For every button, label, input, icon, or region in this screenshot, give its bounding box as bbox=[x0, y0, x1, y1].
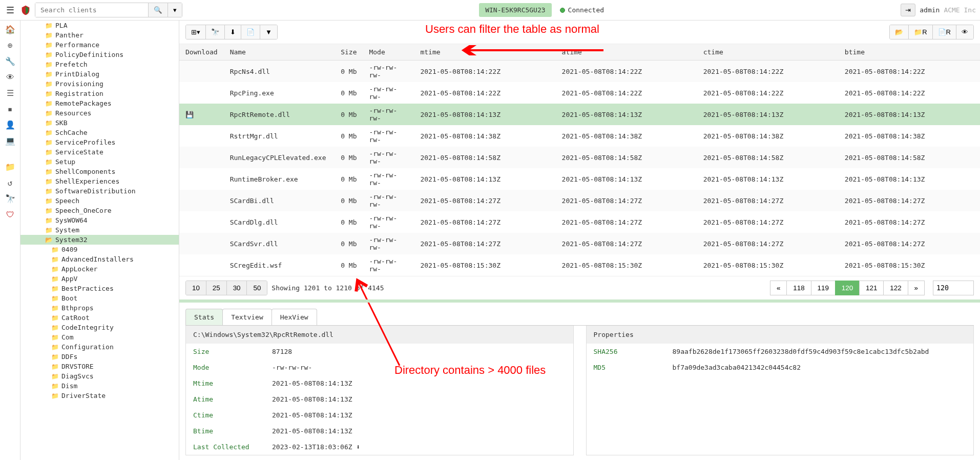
splitter-handle[interactable] bbox=[179, 299, 980, 303]
columns-button[interactable]: ⊞▾ bbox=[186, 25, 206, 39]
page-120[interactable]: 120 bbox=[835, 281, 860, 295]
search-dropdown[interactable]: ▾ bbox=[168, 3, 182, 17]
col-atime[interactable]: atime bbox=[556, 44, 697, 61]
search-button[interactable]: 🔍 bbox=[148, 3, 168, 17]
tree-folder-policydefinitions[interactable]: 📁PolicyDefinitions bbox=[20, 50, 179, 59]
table-row[interactable]: SCardSvr.dll0 Mb-rw-rw-rw-2021-05-08T08:… bbox=[179, 233, 980, 254]
page-size-10[interactable]: 10 bbox=[186, 281, 206, 295]
tree-folder-prefetch[interactable]: 📁Prefetch bbox=[20, 59, 179, 69]
nav-folder-icon[interactable]: 📁 bbox=[4, 162, 16, 172]
col-ctime[interactable]: ctime bbox=[697, 44, 839, 61]
table-row[interactable]: SCardBi.dll0 Mb-rw-rw-rw-2021-05-08T08:1… bbox=[179, 190, 980, 211]
tree-folder-system[interactable]: 📁System bbox=[20, 225, 179, 235]
tree-folder-performance[interactable]: 📁Performance bbox=[20, 40, 179, 50]
nav-binoculars-icon[interactable]: 🔭 bbox=[4, 194, 16, 204]
tree-folder-panther[interactable]: 📁Panther bbox=[20, 30, 179, 40]
page-input[interactable] bbox=[933, 281, 974, 295]
tree-folder-servicestate[interactable]: 📁ServiceState bbox=[20, 147, 179, 157]
col-btime[interactable]: btime bbox=[839, 44, 980, 61]
tab-hexview[interactable]: HexView bbox=[272, 309, 317, 325]
tree-folder-remotepackages[interactable]: 📁RemotePackages bbox=[20, 98, 179, 108]
file-button[interactable]: 📄 bbox=[241, 25, 260, 39]
folder-r-button[interactable]: 📁R bbox=[909, 25, 932, 39]
tree-folder-drvstore[interactable]: 📁DRVSTORE bbox=[20, 362, 179, 371]
tree-folder-configuration[interactable]: 📁Configuration bbox=[20, 342, 179, 352]
hamburger-menu[interactable]: ☰ bbox=[4, 5, 16, 15]
tree-folder-resources[interactable]: 📁Resources bbox=[20, 108, 179, 118]
table-row[interactable]: SCregEdit.wsf0 Mb-rw-rw-rw-2021-05-08T08… bbox=[179, 254, 980, 276]
search-input[interactable] bbox=[35, 3, 148, 17]
open-folder-button[interactable]: 📂 bbox=[890, 25, 909, 39]
page-size-50[interactable]: 50 bbox=[247, 281, 267, 295]
tree-folder-ddfs[interactable]: 📁DDFs bbox=[20, 352, 179, 362]
nav-server-icon[interactable]: ☰ bbox=[4, 88, 16, 98]
tree-folder-0409[interactable]: 📁0409 bbox=[20, 245, 179, 254]
col-name[interactable]: Name bbox=[224, 44, 332, 61]
page-122[interactable]: 122 bbox=[883, 281, 908, 295]
tree-folder-catroot[interactable]: 📁CatRoot bbox=[20, 313, 179, 323]
nav-book-icon[interactable]: ▪ bbox=[4, 104, 16, 114]
nav-target-icon[interactable]: ⊕ bbox=[4, 41, 16, 50]
tree-folder-appv[interactable]: 📁AppV bbox=[20, 274, 179, 284]
tree-folder-schcache[interactable]: 📁SchCache bbox=[20, 128, 179, 137]
page-118[interactable]: 118 bbox=[786, 281, 811, 295]
tree-folder-softwaredistribution[interactable]: 📁SoftwareDistribution bbox=[20, 186, 179, 196]
nav-shield-icon[interactable]: 🛡 bbox=[4, 210, 16, 219]
tree-folder-boot[interactable]: 📁Boot bbox=[20, 293, 179, 303]
nav-eye-icon[interactable]: 👁 bbox=[4, 72, 16, 82]
tree-folder-shellcomponents[interactable]: 📁ShellComponents bbox=[20, 167, 179, 176]
table-row[interactable]: RpcPing.exe0 Mb-rw-rw-rw-2021-05-08T08:1… bbox=[179, 82, 980, 104]
table-row[interactable]: RunLegacyCPLElevated.exe0 Mb-rw-rw-rw-20… bbox=[179, 147, 980, 168]
tab-stats[interactable]: Stats bbox=[185, 309, 223, 325]
logout-button[interactable]: ⇥ bbox=[901, 4, 915, 16]
tree-folder-dism[interactable]: 📁Dism bbox=[20, 381, 179, 391]
nav-laptop-icon[interactable]: 💻 bbox=[4, 136, 16, 146]
host-badge[interactable]: WIN-E5K9RC5GU23 bbox=[479, 3, 551, 17]
tree-folder-bthprops[interactable]: 📁Bthprops bbox=[20, 303, 179, 313]
tree-folder-provisioning[interactable]: 📁Provisioning bbox=[20, 79, 179, 89]
nav-history-icon[interactable]: ↺ bbox=[4, 178, 16, 188]
tree-folder-bestpractices[interactable]: 📁BestPractices bbox=[20, 284, 179, 293]
tree-folder-applocker[interactable]: 📁AppLocker bbox=[20, 264, 179, 274]
nav-home-icon[interactable]: 🏠 bbox=[4, 25, 16, 34]
page-«[interactable]: « bbox=[770, 281, 787, 295]
tree-folder-speech[interactable]: 📁Speech bbox=[20, 196, 179, 206]
page-size-25[interactable]: 25 bbox=[206, 281, 227, 295]
tree-folder-driverstate[interactable]: 📁DriverState bbox=[20, 391, 179, 401]
file-r-button[interactable]: 📄R bbox=[933, 25, 956, 39]
tree-folder-registration[interactable]: 📁Registration bbox=[20, 89, 179, 98]
tree-folder-pla[interactable]: 📁PLA bbox=[20, 21, 179, 30]
table-row[interactable]: 💾RpcRtRemote.dll0 Mb-rw-rw-rw-2021-05-08… bbox=[179, 104, 980, 125]
tree-folder-system32[interactable]: 📂System32 bbox=[20, 235, 179, 245]
col-mtime[interactable]: mtime bbox=[414, 44, 555, 61]
nav-user-icon[interactable]: 👤 bbox=[4, 120, 16, 130]
nav-wrench-icon[interactable]: 🔧 bbox=[4, 56, 16, 66]
col-download[interactable]: Download bbox=[179, 44, 224, 61]
tree-folder-codeintegrity[interactable]: 📁CodeIntegrity bbox=[20, 323, 179, 332]
page-size-30[interactable]: 30 bbox=[227, 281, 247, 295]
page-121[interactable]: 121 bbox=[859, 281, 884, 295]
tree-folder-diagsvcs[interactable]: 📁DiagSvcs bbox=[20, 371, 179, 381]
col-mode[interactable]: Mode bbox=[363, 44, 414, 61]
table-row[interactable]: RstrtMgr.dll0 Mb-rw-rw-rw-2021-05-08T08:… bbox=[179, 125, 980, 147]
table-row[interactable]: RuntimeBroker.exe0 Mb-rw-rw-rw-2021-05-0… bbox=[179, 168, 980, 190]
page-119[interactable]: 119 bbox=[811, 281, 836, 295]
table-row[interactable]: SCardDlg.dll0 Mb-rw-rw-rw-2021-05-08T08:… bbox=[179, 211, 980, 233]
tree-folder-printdialog[interactable]: 📁PrintDialog bbox=[20, 69, 179, 79]
cell-download[interactable]: 💾 bbox=[179, 104, 224, 125]
tree-folder-advancedinstallers[interactable]: 📁AdvancedInstallers bbox=[20, 254, 179, 264]
tree-folder-skb[interactable]: 📁SKB bbox=[20, 118, 179, 128]
col-size[interactable]: Size bbox=[332, 44, 363, 61]
tab-textview[interactable]: Textview bbox=[222, 309, 272, 325]
tree-folder-serviceprofiles[interactable]: 📁ServiceProfiles bbox=[20, 137, 179, 147]
tree-folder-setup[interactable]: 📁Setup bbox=[20, 157, 179, 167]
eye-button[interactable]: 👁 bbox=[956, 25, 973, 39]
tree-folder-com[interactable]: 📁Com bbox=[20, 332, 179, 342]
binoculars-button[interactable]: 🔭 bbox=[206, 25, 225, 39]
table-row[interactable]: RpcNs4.dll0 Mb-rw-rw-rw-2021-05-08T08:14… bbox=[179, 61, 980, 83]
page-»[interactable]: » bbox=[908, 281, 925, 295]
tree-folder-syswow64[interactable]: 📁SysWOW64 bbox=[20, 215, 179, 225]
download-button[interactable]: ⬇ bbox=[225, 25, 241, 39]
tree-folder-shellexperiences[interactable]: 📁ShellExperiences bbox=[20, 176, 179, 186]
tree-folder-speech_onecore[interactable]: 📁Speech_OneCore bbox=[20, 206, 179, 215]
